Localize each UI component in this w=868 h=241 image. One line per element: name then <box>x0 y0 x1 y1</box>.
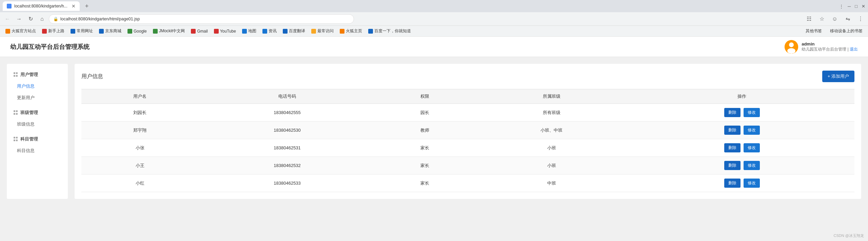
bookmark-xinshou[interactable]: 新手上路 <box>39 27 67 35</box>
logout-link[interactable]: 退出 <box>850 47 858 52</box>
tabs-icon[interactable]: ⋮ <box>839 4 844 9</box>
edit-btn[interactable]: 修改 <box>744 179 760 188</box>
sidebar-section-user-title: 用户管理 <box>7 69 68 80</box>
bookmark-baidu[interactable]: 百度一下，你就知道 <box>366 27 414 35</box>
bookmark-gmail[interactable]: Gmail <box>188 27 210 35</box>
sidebar: 用户管理 用户信息 更新用户 班级管理 班级信息 <box>7 64 68 199</box>
sidebar-item-user-info[interactable]: 用户信息 <box>7 80 68 92</box>
table-row: 小红 18380462533 家长 中班 删除 修改 <box>81 174 854 192</box>
more-btn[interactable]: ⋮ <box>856 14 865 24</box>
bookmark-label: 火狐官方站点 <box>12 28 36 34</box>
bookmark-icon <box>191 29 196 34</box>
bookmark-icon <box>5 29 10 34</box>
bookmark-zuijin[interactable]: 最常访问 <box>309 27 336 35</box>
table-row: 小王 18380462532 家长 小班 删除 修改 <box>81 157 854 174</box>
bookmark-baidu-fanyi[interactable]: 百度翻译 <box>280 27 308 35</box>
bookmark-huxin-zhuye[interactable]: 火狐主页 <box>337 27 365 35</box>
bookmark-jingdong[interactable]: 京东商城 <box>96 27 124 35</box>
cell-role: 家长 <box>376 157 474 174</box>
delete-btn[interactable]: 删除 <box>724 161 741 170</box>
bookmark-label: YouTube <box>220 29 236 34</box>
extensions-btn[interactable]: ☷ <box>804 14 814 24</box>
bookmark-google[interactable]: Google <box>125 27 150 35</box>
edit-btn[interactable]: 修改 <box>744 143 760 152</box>
cell-class: 所有班级 <box>474 104 629 122</box>
close-btn[interactable]: ✕ <box>862 4 865 9</box>
browser-titlebar: localhost:8080/kindgarten/h... ✕ + ⋮ ─ □… <box>0 0 868 12</box>
mobile-bookmarks-btn[interactable]: 移动设备上的书签 <box>827 27 865 35</box>
bookmark-label: 百度一下，你就知道 <box>374 28 411 34</box>
admin-avatar <box>785 40 798 54</box>
add-user-button[interactable]: + 添加用户 <box>822 71 854 82</box>
other-bookmarks-btn[interactable]: 其他书签 <box>803 27 825 35</box>
bookmark-icon <box>283 29 288 34</box>
cell-class: 小班 <box>474 157 629 174</box>
delete-btn[interactable]: 删除 <box>724 126 741 135</box>
table-row: 刘园长 18380462555 园长 所有班级 删除 修改 <box>81 104 854 122</box>
bookmark-ditu[interactable]: 地图 <box>239 27 259 35</box>
grid-icon <box>14 72 18 77</box>
new-tab-btn[interactable]: + <box>82 3 92 10</box>
bookmark-label: 常用网址 <box>77 28 93 34</box>
admin-name: admin <box>802 41 858 47</box>
cell-username: 小王 <box>81 157 199 174</box>
col-role: 权限 <box>376 89 474 104</box>
star-btn[interactable]: ☆ <box>817 14 827 24</box>
bookmark-youtube[interactable]: YouTube <box>211 27 239 35</box>
bookmark-label: 地图 <box>248 28 256 34</box>
edit-btn[interactable]: 修改 <box>744 126 760 135</box>
col-phone: 电话号码 <box>199 89 376 104</box>
delete-btn[interactable]: 删除 <box>724 179 741 188</box>
browser-toolbar: ← → ↻ ⌂ 🔒 localhost:8080/kindgarten/html… <box>0 12 868 26</box>
bookmark-zixun[interactable]: 资讯 <box>260 27 279 35</box>
account-btn[interactable]: ☺ <box>830 14 840 24</box>
browser-tab[interactable]: localhost:8080/kindgarten/h... ✕ <box>3 1 80 11</box>
svg-point-1 <box>789 42 794 47</box>
minimize-btn[interactable]: ─ <box>848 4 851 9</box>
sidebar-section-class: 班级管理 班级信息 <box>7 107 68 130</box>
table-header-row: 用户名 电话号码 权限 所属班级 操作 <box>81 89 854 104</box>
refresh-btn[interactable]: ↻ <box>26 14 35 24</box>
bookmark-icon <box>71 29 75 34</box>
bookmark-icon <box>127 29 132 34</box>
cell-username: 刘园长 <box>81 104 199 122</box>
sidebar-section-user-label: 用户管理 <box>20 72 38 78</box>
maximize-btn[interactable]: □ <box>855 4 857 9</box>
bookmark-huxin[interactable]: 火狐官方站点 <box>3 27 39 35</box>
tab-close-btn[interactable]: ✕ <box>72 3 76 9</box>
bookmark-changyong[interactable]: 常用网址 <box>68 27 96 35</box>
bookmark-icon <box>311 29 316 34</box>
sync-btn[interactable]: ⇋ <box>843 14 852 24</box>
cell-role: 家长 <box>376 139 474 157</box>
users-table: 用户名 电话号码 权限 所属班级 操作 刘园长 18380462555 园长 所… <box>81 89 854 192</box>
bookmark-icon <box>42 29 47 34</box>
delete-btn[interactable]: 删除 <box>724 143 741 152</box>
sidebar-section-subject-title: 科目管理 <box>7 133 68 145</box>
bookmark-label: 火狐主页 <box>346 28 362 34</box>
table-row: 小张 18380462531 家长 小班 删除 修改 <box>81 139 854 157</box>
edit-btn[interactable]: 修改 <box>744 161 760 170</box>
content-header: 用户信息 + 添加用户 <box>81 71 854 82</box>
home-btn[interactable]: ⌂ <box>37 14 47 24</box>
edit-btn[interactable]: 修改 <box>744 108 760 117</box>
sidebar-item-subject-info[interactable]: 科目信息 <box>7 145 68 156</box>
cell-actions: 删除 修改 <box>630 174 854 192</box>
bookmark-icon <box>153 29 158 34</box>
other-bookmarks: 其他书签 移动设备上的书签 <box>803 27 865 35</box>
sidebar-section-subject-label: 科目管理 <box>20 136 38 142</box>
col-class: 所属班级 <box>474 89 629 104</box>
delete-btn[interactable]: 删除 <box>724 108 741 117</box>
bookmark-icon <box>340 29 344 34</box>
address-bar[interactable]: 🔒 localhost:8080/kindgarten/html/page01.… <box>49 14 354 24</box>
cell-username: 小红 <box>81 174 199 192</box>
app-header-right: admin 幼儿园互动平台后台管理 | 退出 <box>785 40 858 54</box>
cell-phone: 18380462533 <box>199 174 376 192</box>
forward-btn[interactable]: → <box>14 14 24 24</box>
cell-username: 小张 <box>81 139 199 157</box>
sidebar-item-class-info[interactable]: 班级信息 <box>7 118 68 130</box>
back-btn[interactable]: ← <box>3 14 12 24</box>
cell-class: 中班 <box>474 174 629 192</box>
sidebar-item-update-user[interactable]: 更新用户 <box>7 92 68 104</box>
main-content: 用户信息 + 添加用户 用户名 电话号码 权限 所属班级 操作 <box>75 64 861 199</box>
bookmark-jmockit[interactable]: JMockit中文网 <box>150 27 188 35</box>
